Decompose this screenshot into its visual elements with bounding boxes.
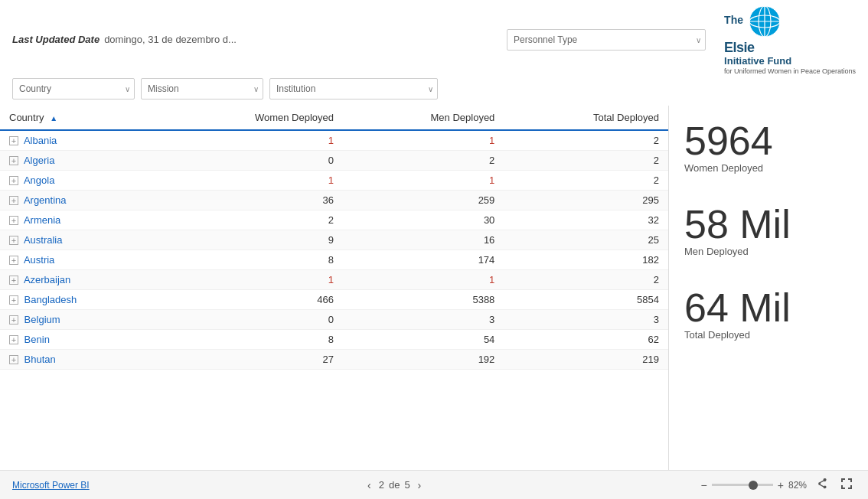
- next-page-button[interactable]: ›: [415, 478, 425, 493]
- zoom-minus-icon[interactable]: −: [700, 479, 709, 491]
- cell-women: 8: [153, 250, 343, 269]
- stat-women-label: Women Deployed: [684, 162, 853, 174]
- col-header-country[interactable]: Country ▲: [0, 106, 153, 130]
- zoom-slider[interactable]: [712, 484, 773, 486]
- table-row: + Armenia23032: [0, 210, 668, 230]
- expand-icon[interactable]: +: [9, 355, 18, 364]
- cell-total: 182: [504, 250, 668, 269]
- expand-icon[interactable]: +: [9, 335, 18, 344]
- footer-right: − + 82%: [700, 476, 856, 494]
- cell-country[interactable]: + Argentina: [0, 190, 153, 210]
- table-header-row: Country ▲ Women Deployed Men Deployed To…: [0, 106, 668, 130]
- cell-women: 466: [153, 289, 343, 309]
- expand-icon[interactable]: +: [9, 315, 18, 325]
- cell-men: 3: [343, 309, 504, 329]
- cell-men: 30: [343, 210, 504, 230]
- cell-country[interactable]: + Austria: [0, 250, 153, 269]
- cell-country[interactable]: + Benin: [0, 329, 153, 349]
- cell-country[interactable]: + Azerbaijan: [0, 269, 153, 289]
- cell-country[interactable]: + Algeria: [0, 150, 153, 170]
- mission-select[interactable]: Mission: [141, 78, 263, 99]
- stat-men-deployed: 58 Mil Men Deployed: [684, 204, 853, 257]
- personnel-type-select[interactable]: Personnel Type: [507, 29, 706, 51]
- prev-page-button[interactable]: ‹: [364, 478, 374, 493]
- expand-icon[interactable]: +: [9, 136, 18, 145]
- logo-elsie: Elsie: [724, 40, 856, 56]
- cell-country[interactable]: + Bangladesh: [0, 289, 153, 309]
- cell-total: 2: [504, 150, 668, 170]
- table-row: + Bhutan27192219: [0, 349, 668, 369]
- cell-women: 9: [153, 230, 343, 250]
- cell-country[interactable]: + Angola: [0, 170, 153, 190]
- last-updated-value: domingo, 31 de dezembro d...: [104, 34, 237, 45]
- page-total: 5: [404, 479, 410, 491]
- stat-total-deployed: 64 Mil Total Deployed: [684, 288, 853, 341]
- stat-total-value: 64 Mil: [684, 288, 853, 328]
- cell-women: 0: [153, 150, 343, 170]
- country-select-wrapper[interactable]: Country: [12, 78, 135, 99]
- stat-total-label: Total Deployed: [684, 329, 853, 341]
- logo-container: The Elsie Initiative Fund: [724, 5, 856, 75]
- expand-icon[interactable]: +: [9, 256, 18, 265]
- expand-icon[interactable]: +: [9, 276, 18, 285]
- logo-subtitle: for Uniformed Women in Peace Operations: [724, 67, 856, 75]
- right-panel: 5964 Women Deployed 58 Mil Men Deployed …: [669, 106, 868, 470]
- cell-men: 1: [343, 170, 504, 190]
- col-header-total[interactable]: Total Deployed: [504, 106, 668, 130]
- cell-country[interactable]: + Bhutan: [0, 349, 153, 369]
- cell-country[interactable]: + Albania: [0, 130, 153, 151]
- zoom-plus-icon[interactable]: +: [776, 479, 785, 491]
- powerbi-link[interactable]: Microsoft Power BI: [12, 480, 90, 491]
- cell-men: 1: [343, 130, 504, 151]
- cell-country[interactable]: + Armenia: [0, 210, 153, 230]
- cell-men: 174: [343, 250, 504, 269]
- cell-men: 16: [343, 230, 504, 250]
- cell-total: 2: [504, 170, 668, 190]
- cell-women: 1: [153, 130, 343, 151]
- personnel-type-wrapper[interactable]: Personnel Type: [507, 29, 706, 51]
- cell-men: 54: [343, 329, 504, 349]
- table-row: + Albania112: [0, 130, 668, 151]
- mission-select-wrapper[interactable]: Mission: [141, 78, 263, 99]
- country-select[interactable]: Country: [12, 78, 135, 99]
- table-row: + Angola112: [0, 170, 668, 190]
- table-row: + Australia91625: [0, 230, 668, 250]
- zoom-thumb[interactable]: [749, 481, 758, 490]
- cell-women: 2: [153, 210, 343, 230]
- expand-icon[interactable]: +: [9, 216, 18, 225]
- cell-total: 2: [504, 130, 668, 151]
- cell-women: 8: [153, 329, 343, 349]
- fullscreen-icon[interactable]: [837, 476, 856, 494]
- cell-country[interactable]: + Belgium: [0, 309, 153, 329]
- cell-total: 2: [504, 269, 668, 289]
- header-top: Last Updated Date domingo, 31 de dezembr…: [0, 0, 868, 78]
- cell-women: 1: [153, 269, 343, 289]
- main-content: Country ▲ Women Deployed Men Deployed To…: [0, 106, 868, 470]
- expand-icon[interactable]: +: [9, 295, 18, 305]
- stat-men-value: 58 Mil: [684, 204, 853, 244]
- col-header-men[interactable]: Men Deployed: [343, 106, 504, 130]
- table-wrapper[interactable]: Country ▲ Women Deployed Men Deployed To…: [0, 106, 668, 470]
- expand-icon[interactable]: +: [9, 176, 18, 185]
- expand-icon[interactable]: +: [9, 236, 18, 245]
- cell-country[interactable]: + Australia: [0, 230, 153, 250]
- expand-icon[interactable]: +: [9, 156, 18, 165]
- last-updated-label: Last Updated Date: [12, 34, 100, 45]
- logo-initiative: Initiative Fund: [724, 56, 856, 67]
- table-row: + Austria8174182: [0, 250, 668, 269]
- stat-women-deployed: 5964 Women Deployed: [684, 121, 853, 174]
- cell-total: 25: [504, 230, 668, 250]
- institution-select[interactable]: Institution: [269, 78, 438, 99]
- col-header-women[interactable]: Women Deployed: [153, 106, 343, 130]
- share-icon[interactable]: [813, 476, 831, 494]
- app-container: Last Updated Date domingo, 31 de dezembr…: [0, 0, 868, 499]
- page-current: 2: [379, 479, 384, 491]
- cell-total: 5854: [504, 289, 668, 309]
- logo-the: The: [724, 14, 743, 26]
- stat-women-value: 5964: [684, 121, 853, 161]
- expand-icon[interactable]: +: [9, 196, 18, 205]
- cell-men: 2: [343, 150, 504, 170]
- institution-select-wrapper[interactable]: Institution: [269, 78, 438, 99]
- cell-men: 5388: [343, 289, 504, 309]
- footer: Microsoft Power BI ‹ 2 de 5 › − + 82%: [0, 470, 868, 499]
